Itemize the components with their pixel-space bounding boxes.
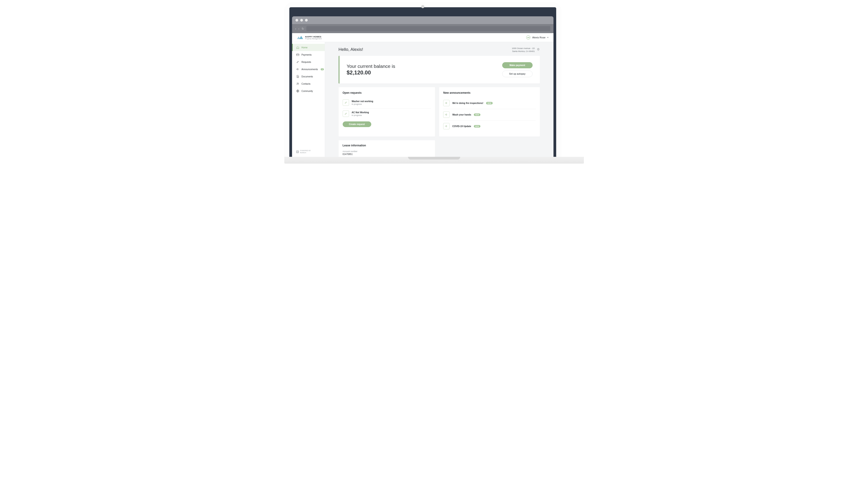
svg-point-7 [298,83,299,84]
location-pin-icon [537,48,540,52]
brand-subtitle: Property Management [305,38,322,40]
sidebar-item-label: Contacts [302,83,310,85]
megaphone-icon [296,68,299,71]
panels-row: Open requests Washer not working In prog… [339,87,540,137]
sidebar-item-announcements[interactable]: Announcements 3 [292,65,325,73]
new-badge: NEW [474,125,480,127]
reload-icon[interactable]: ↻ [302,27,304,30]
lease-panel: Lease information Account number 0147085… [339,140,435,157]
request-status: In progress [352,103,431,105]
create-request-button[interactable]: Create request [343,121,371,127]
sidebar-item-label: Requests [302,61,311,63]
wrench-icon [343,111,349,117]
wrench-icon [343,100,349,106]
user-name: Alexis Rose [532,36,545,39]
app-window: HAPPY HOMES Property Management AR Alexi… [292,33,554,157]
url-bar[interactable] [306,26,550,31]
request-title: Washer not working [352,100,431,103]
nav-list: Home Payments Requests [292,42,325,147]
greeting: Hello, Alexis! [339,47,363,52]
svg-point-10 [538,49,538,50]
document-icon [296,75,299,78]
announcement-item[interactable]: Wash your hands NEW [443,109,536,121]
svg-rect-2 [296,54,299,56]
address-line-1: 1000 Ocean Avenue - 1D [512,47,535,50]
screen-bezel: ‹ › ↻ HAPPY HOMES Property Management AR [289,7,556,157]
browser-chrome: ‹ › ↻ HAPPY HOMES Property Management AR [292,16,554,157]
sidebar-item-community[interactable]: Community [292,88,325,95]
brand-name: HAPPY HOMES [305,35,322,38]
minimize-window-icon[interactable] [300,19,303,22]
buildium-icon: b [296,151,299,153]
brand-logo[interactable]: HAPPY HOMES Property Management [297,35,322,40]
megaphone-icon [443,100,450,106]
announcement-title: We're doing fire inspections! [452,102,483,104]
announcement-item[interactable]: We're doing fire inspections! NEW [443,97,536,109]
globe-icon [296,90,299,93]
chevron-down-icon: ▾ [547,36,548,39]
sidebar-item-label: Community [302,90,313,92]
announcement-title: Wash your hands [452,113,471,116]
open-requests-panel: Open requests Washer not working In prog… [339,87,435,137]
account-number-value: 01470851 [343,153,431,155]
powered-by[interactable]: b POWERED BY Buildium [292,147,325,157]
megaphone-icon [443,111,450,118]
topbar: HAPPY HOMES Property Management AR Alexi… [292,33,554,42]
users-icon [296,82,299,85]
sidebar-item-contacts[interactable]: Contacts [292,80,325,88]
megaphone-icon [443,123,450,129]
card-icon [296,53,299,56]
browser-toolbar: ‹ › ↻ [292,24,554,33]
laptop-base [285,157,584,164]
sidebar-item-label: Payments [302,53,312,56]
address-block[interactable]: 1000 Ocean Avenue - 1D Santa Monica, CA … [512,47,540,53]
powered-label: POWERED BY [300,150,311,152]
forward-icon[interactable]: › [298,27,299,30]
announcements-panel: New announcements We're doing fire inspe… [439,87,540,137]
request-item[interactable]: AC Not Working In progress [343,109,431,120]
window-controls [292,16,554,24]
request-item[interactable]: Washer not working In progress [343,97,431,109]
powered-name: Buildium [300,152,311,154]
sidebar-item-requests[interactable]: Requests [292,58,325,65]
balance-label: Your current balance is [347,63,395,69]
sidebar: Home Payments Requests [292,42,325,157]
camera-dot [421,5,424,8]
address-line-2: Santa Monica, CA 90401 [512,50,535,53]
new-badge: NEW [486,102,493,104]
announcement-item[interactable]: COVID-19 Update NEW [443,121,536,132]
logo-icon [297,35,303,40]
balance-card: Your current balance is $2,120.00 Make p… [339,56,540,83]
avatar: AR [526,35,530,40]
maximize-window-icon[interactable] [305,19,308,22]
balance-amount: $2,120.00 [347,70,395,76]
setup-autopay-button[interactable]: Set up autopay [502,71,533,77]
app-body: Home Payments Requests [292,42,554,157]
main-content: Hello, Alexis! 1000 Ocean Avenue - 1D Sa… [325,42,554,157]
sidebar-item-home[interactable]: Home [292,44,325,51]
sidebar-item-label: Documents [302,75,313,78]
make-payment-button[interactable]: Make payment [502,62,533,68]
greeting-row: Hello, Alexis! 1000 Ocean Avenue - 1D Sa… [339,47,540,53]
new-badge: NEW [474,113,480,116]
svg-marker-1 [299,36,303,39]
sidebar-item-label: Announcements [302,68,318,71]
account-number-label: Account number [343,150,431,153]
wrench-icon [296,60,299,63]
laptop-frame: ‹ › ↻ HAPPY HOMES Property Management AR [285,2,561,157]
back-icon[interactable]: ‹ [295,27,296,30]
announcement-title: COVID-19 Update [452,125,471,127]
request-title: AC Not Working [352,111,431,114]
laptop-notch [408,157,460,160]
close-window-icon[interactable] [296,19,298,22]
panel-title: New announcements [443,91,536,94]
sidebar-item-payments[interactable]: Payments [292,51,325,58]
home-icon [296,46,299,49]
panel-title: Open requests [343,91,431,94]
user-menu[interactable]: AR Alexis Rose ▾ [526,35,548,40]
panel-title: Lease information [343,144,431,147]
svg-point-6 [297,83,298,84]
request-status: In progress [352,114,431,116]
announcements-badge: 3 [321,68,324,70]
sidebar-item-documents[interactable]: Documents [292,73,325,80]
